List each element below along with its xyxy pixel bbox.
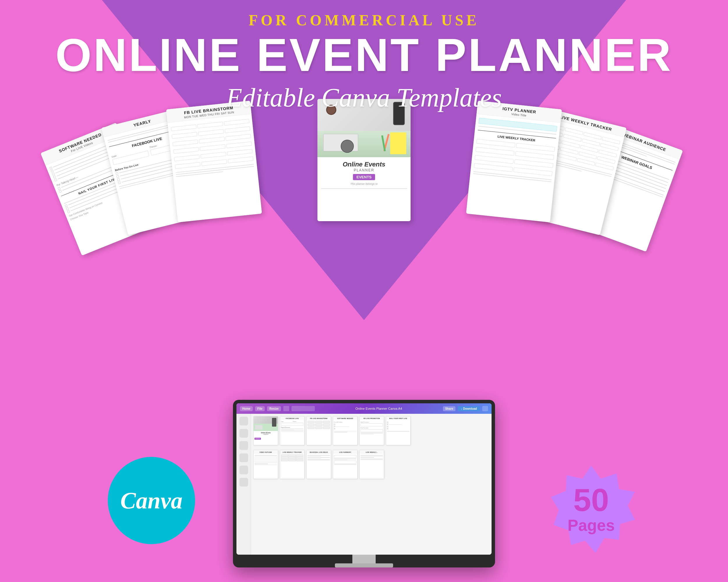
canva-badge: Canva	[108, 457, 195, 544]
page-thumb-8[interactable]: LIVE WEEKLY TRACKER	[280, 450, 305, 479]
page-thumb-5[interactable]: FB LIVE PROMOTION Initial Promotion Post…	[359, 416, 384, 445]
sidebar-element-icon[interactable]	[239, 466, 248, 474]
pages-row-1: Online Events PLANNER EVENTS FACEBOOK LI…	[251, 414, 492, 448]
monitor-neck	[353, 555, 375, 563]
page-thumb-3[interactable]: FB LIVE BRAINSTORM	[306, 416, 331, 445]
sidebar-text-icon[interactable]	[239, 441, 248, 450]
monitor-screen: Home File Resize Online Events Planner C…	[236, 403, 492, 555]
toolbar-canvas-name	[291, 406, 315, 411]
subtitle: Editable Canva Templates	[0, 83, 728, 113]
toolbar-file[interactable]: File	[255, 406, 265, 411]
page-thumb-7[interactable]: VIDEO OUTLINE	[253, 450, 278, 479]
page-thumb-2[interactable]: FACEBOOK LIVE Date: Theme: Regular Busin…	[280, 416, 305, 445]
page-thumb-4[interactable]: SOFTWARE NEEDED For LIVE Videos	[333, 416, 358, 445]
page-thumb-10[interactable]: LIVE SUMMARY	[333, 450, 358, 479]
sidebar-template-icon[interactable]	[239, 429, 248, 438]
pages-badge: 50 Pages	[547, 466, 635, 553]
sidebar-image-icon[interactable]	[239, 453, 248, 462]
toolbar-resize[interactable]: Resize	[267, 406, 281, 411]
toolbar-home[interactable]: Home	[240, 406, 253, 411]
page-thumb-1[interactable]: Online Events PLANNER EVENTS	[253, 416, 278, 445]
sidebar-home-icon[interactable]	[239, 417, 248, 425]
page-thumb-6[interactable]: NAIL YOUR FIRST LIVE	[386, 416, 411, 445]
canva-badge-text: Canva	[120, 488, 182, 514]
canva-toolbar: Home File Resize Online Events Planner C…	[236, 403, 492, 414]
for-commercial-label: FOR COMMERCIAL USE	[0, 11, 728, 29]
pages-row-2: VIDEO OUTLINE LIVE WEEKLY TRACK	[251, 448, 492, 481]
main-title: ONLINE EVENT PLANNER	[0, 32, 728, 78]
card-fb-brainstorm: FB LIVE BRAINSTORM MON TUE WED THU FRI S…	[166, 101, 262, 222]
pages-badge-number: 50	[573, 484, 609, 516]
pages-badge-text: Pages	[568, 516, 615, 534]
monitor-foot	[335, 563, 393, 567]
header-section: FOR COMMERCIAL USE ONLINE EVENT PLANNER …	[0, 11, 728, 113]
monitor: Home File Resize Online Events Planner C…	[233, 400, 495, 567]
canva-pages-area: Online Events PLANNER EVENTS FACEBOOK LI…	[251, 414, 492, 555]
card-igtv-planner: IGTV PLANNER Video Title LIVE WEEKLY TRA…	[466, 101, 562, 222]
page-thumb-11[interactable]: LIVE WEEKLY...	[359, 450, 384, 479]
sidebar-upload-icon[interactable]	[239, 478, 248, 487]
monitor-wrapper: Home File Resize Online Events Planner C…	[233, 400, 495, 567]
toolbar-download[interactable]: ↓ Download	[458, 406, 480, 411]
toolbar-undo[interactable]	[283, 406, 289, 411]
cards-area: SOFTWARE NEEDED For LIVE Videos For Talk…	[44, 99, 684, 332]
card-online-events-cover: Online Events PLANNER EVENTS This planne…	[317, 99, 411, 221]
page-thumb-9[interactable]: SEASONAL LIVE IDEAS	[306, 450, 331, 479]
toolbar-doc-title: Online Events Planner Canva A4	[356, 407, 402, 410]
canva-content: Online Events PLANNER EVENTS FACEBOOK LI…	[236, 414, 492, 555]
canva-left-sidebar	[236, 414, 251, 555]
toolbar-share[interactable]: Share	[443, 406, 456, 411]
toolbar-more[interactable]	[482, 406, 488, 411]
